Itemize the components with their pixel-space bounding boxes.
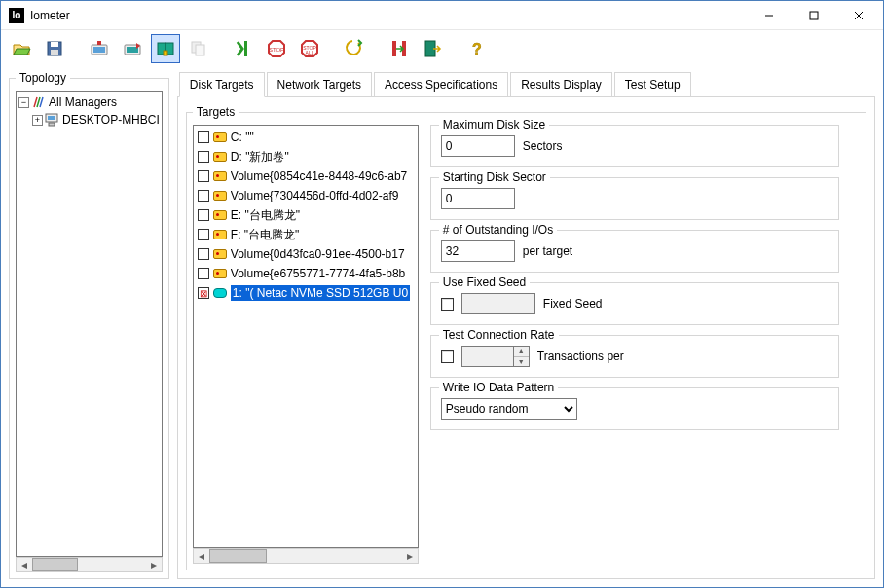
tab-access-specifications[interactable]: Access Specifications (374, 72, 508, 97)
import-button[interactable] (85, 34, 114, 63)
target-row[interactable]: F: "台电腾龙" (194, 225, 418, 244)
target-label: 1: "( Netac NVMe SSD 512GB U0 (231, 285, 410, 301)
export-button[interactable] (118, 34, 147, 63)
target-checkbox[interactable]: ⊠ (198, 287, 209, 299)
window-title: Iometer (30, 9, 747, 22)
svg-text:ALL: ALL (306, 50, 314, 55)
tree-node[interactable]: + DESKTOP-MHBCI (18, 111, 160, 129)
scroll-right-icon[interactable]: ▸ (402, 549, 418, 563)
target-checkbox[interactable] (198, 131, 209, 143)
svg-rect-32 (49, 123, 55, 126)
target-label: Volume{0d43fca0-91ee-4500-b17 (231, 247, 405, 261)
target-label: Volume{0854c41e-8448-49c6-ab7 (231, 169, 407, 183)
spinner-arrows[interactable]: ▲▼ (514, 346, 530, 367)
target-row[interactable]: D: "新加卷" (194, 147, 418, 166)
target-label: D: "新加卷" (231, 149, 289, 165)
disk-icon (213, 171, 227, 181)
max-disk-size-unit: Sectors (523, 139, 563, 153)
open-button[interactable] (7, 34, 36, 63)
topology-hscroll[interactable]: ◂ ▸ (16, 557, 163, 572)
target-checkbox[interactable] (198, 209, 209, 221)
targets-group-label: Targets (193, 105, 239, 119)
tab-results-display[interactable]: Results Display (510, 72, 612, 97)
targets-hscroll[interactable]: ◂ ▸ (193, 548, 419, 564)
start-button[interactable] (229, 34, 258, 63)
scroll-thumb[interactable] (209, 549, 267, 563)
copy-button[interactable] (184, 34, 213, 63)
tree-root-label: All Managers (49, 95, 117, 109)
save-button[interactable] (40, 34, 69, 63)
target-row[interactable]: ⊠1: "( Netac NVMe SSD 512GB U0 (194, 283, 418, 303)
target-row[interactable]: Volume{7304456d-0ffd-4d02-af9 (194, 186, 418, 205)
conn-rate-label: Test Connection Rate (439, 328, 559, 342)
cycle-button[interactable] (385, 34, 414, 63)
exit-button[interactable] (418, 34, 447, 63)
tree-toggle-icon[interactable]: − (18, 97, 29, 108)
write-pattern-select[interactable]: Pseudo random (441, 398, 577, 420)
conn-rate-field-label: Transactions per (537, 349, 624, 363)
minimize-button[interactable] (747, 1, 792, 30)
svg-rect-17 (244, 41, 247, 56)
starting-sector-label: Starting Disk Sector (439, 170, 550, 184)
scroll-right-icon[interactable]: ▸ (146, 558, 162, 571)
target-row[interactable]: C: "" (194, 128, 418, 147)
conn-rate-input[interactable] (461, 346, 514, 367)
conn-rate-checkbox[interactable] (441, 350, 454, 363)
svg-text:STOP: STOP (269, 47, 284, 53)
svg-rect-8 (93, 47, 105, 53)
fixed-seed-input[interactable] (461, 293, 535, 314)
help-button[interactable]: ? (462, 34, 492, 63)
target-row[interactable]: Volume{0854c41e-8448-49c6-ab7 (194, 166, 418, 186)
svg-rect-23 (392, 41, 396, 56)
main-area: Topology − All Managers + DESKTOP-MHBCI (1, 67, 883, 587)
tab-disk-targets[interactable]: Disk Targets (179, 72, 265, 97)
target-checkbox[interactable] (198, 170, 209, 182)
max-disk-size-input[interactable] (441, 135, 515, 157)
tab-network-targets[interactable]: Network Targets (267, 72, 372, 97)
targets-group: Targets C: ""D: "新加卷"Volume{0854c41e-844… (186, 105, 866, 570)
stop-all-button[interactable]: STOPALL (295, 34, 324, 63)
starting-sector-group: Starting Disk Sector (430, 177, 839, 220)
conn-rate-spinner[interactable]: ▲▼ (461, 346, 530, 367)
fixed-seed-checkbox[interactable] (441, 298, 454, 311)
computer-icon (45, 113, 60, 127)
scroll-thumb[interactable] (32, 558, 78, 571)
disk-icon (213, 152, 227, 162)
fixed-seed-label: Use Fixed Seed (439, 276, 530, 289)
target-checkbox[interactable] (198, 248, 209, 260)
disk-icon (213, 132, 227, 142)
tree-root[interactable]: − All Managers (18, 93, 160, 111)
disk-icon (213, 191, 227, 201)
outstanding-ios-input[interactable] (441, 240, 515, 262)
scroll-left-icon[interactable]: ◂ (17, 558, 32, 571)
target-label: E: "台电腾龙" (231, 207, 300, 224)
close-button[interactable] (836, 1, 881, 30)
disk-icon (213, 230, 227, 239)
target-checkbox[interactable] (198, 268, 209, 279)
target-row[interactable]: Volume{e6755771-7774-4fa5-b8b (194, 264, 418, 283)
tab-test-setup[interactable]: Test Setup (614, 72, 691, 97)
titlebar: Io Iometer (1, 1, 883, 30)
svg-line-27 (34, 97, 37, 107)
target-checkbox[interactable] (198, 190, 209, 202)
reset-button[interactable] (340, 34, 369, 63)
target-controls: Maximum Disk Size Sectors Starting Disk … (430, 125, 839, 564)
topology-tree[interactable]: − All Managers + DESKTOP-MHBCI (16, 91, 163, 557)
svg-text:?: ? (472, 41, 482, 57)
maximize-button[interactable] (792, 1, 836, 30)
targets-list[interactable]: C: ""D: "新加卷"Volume{0854c41e-8448-49c6-a… (193, 125, 419, 548)
scroll-left-icon[interactable]: ◂ (194, 549, 209, 563)
target-checkbox[interactable] (198, 151, 209, 163)
target-checkbox[interactable] (198, 229, 209, 240)
disk-targets-button[interactable] (151, 34, 180, 63)
max-disk-size-label: Maximum Disk Size (439, 118, 549, 131)
target-row[interactable]: Volume{0d43fca0-91ee-4500-b17 (194, 244, 418, 264)
target-row[interactable]: E: "台电腾龙" (194, 205, 418, 225)
target-label: Volume{e6755771-7774-4fa5-b8b (231, 267, 405, 280)
stop-button[interactable]: STOP (262, 34, 291, 63)
toolbar: STOP STOPALL ? (1, 30, 883, 67)
starting-sector-input[interactable] (441, 188, 515, 209)
tree-toggle-icon[interactable]: + (32, 115, 43, 126)
svg-rect-1 (810, 12, 818, 19)
write-pattern-label: Write IO Data Pattern (439, 381, 559, 394)
